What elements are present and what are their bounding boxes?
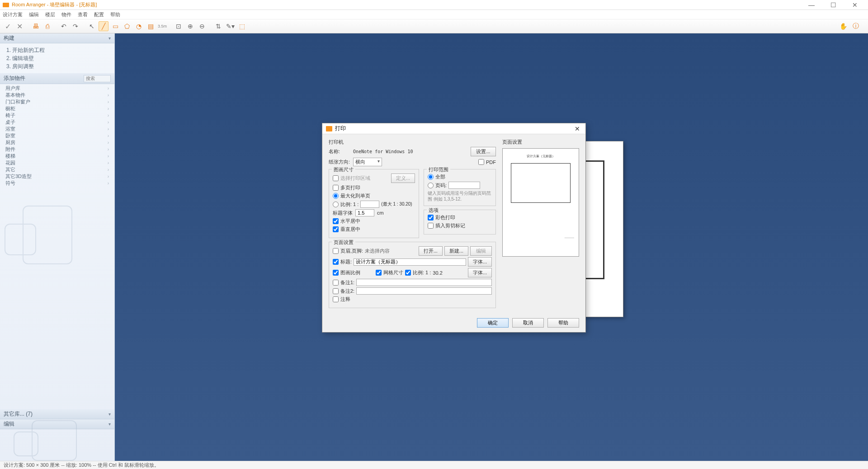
arc-tool-icon[interactable]: ◔ [134, 21, 144, 31]
pdf-checkbox[interactable] [478, 159, 484, 165]
help-button[interactable]: 帮助 [547, 318, 579, 328]
cat-tables[interactable]: 桌子› [0, 119, 114, 126]
window-title: Room Arranger - 墙壁编辑器 - [无标题] [12, 1, 97, 8]
pdf-label: PDF [486, 159, 496, 165]
font-button-2[interactable]: 字体... [468, 268, 492, 277]
menu-edit[interactable]: 编辑 [29, 11, 39, 18]
menu-view[interactable]: 查看 [78, 11, 88, 18]
scale-radio[interactable] [333, 202, 339, 207]
menu-help[interactable]: 帮助 [110, 11, 120, 18]
drawing-scale-checkbox[interactable] [333, 270, 339, 276]
cat-other[interactable]: 其它› [0, 166, 114, 173]
zoom-fit-icon[interactable]: ⊡ [174, 21, 184, 31]
page-num-input[interactable] [448, 182, 480, 189]
title-font-input[interactable] [355, 209, 374, 216]
undo-icon[interactable]: ↶ [59, 21, 69, 31]
maximize-radio[interactable] [333, 193, 339, 199]
addobj-header-label: 添加物件 [4, 75, 25, 82]
build-panel-header[interactable]: 构建 ▾ [0, 33, 114, 43]
cat-user-lib[interactable]: 用户库› [0, 85, 114, 92]
zoom-out-icon[interactable]: ⊖ [197, 21, 207, 31]
hcenter-checkbox[interactable] [333, 218, 339, 224]
cat-garden[interactable]: 花园› [0, 159, 114, 166]
other-lib-header[interactable]: 其它库... (7) ▾ [0, 409, 114, 419]
cursor-icon[interactable]: ↖ [87, 21, 97, 31]
crop-marks-checkbox[interactable] [428, 223, 434, 229]
vcenter-checkbox[interactable] [333, 226, 339, 232]
scale2-checkbox[interactable] [405, 270, 411, 276]
cat-kitchen[interactable]: 厨房› [0, 139, 114, 146]
rect-tool-icon[interactable]: ▭ [110, 21, 120, 31]
minimize-button[interactable]: — [805, 1, 818, 9]
menu-design[interactable]: 设计方案 [3, 11, 23, 18]
cancel-button[interactable]: 取消 [512, 318, 544, 328]
cat-bathroom[interactable]: 浴室› [0, 126, 114, 132]
cat-symbols[interactable]: 符号› [0, 180, 114, 187]
sidebar: 构建 ▾ 1. 开始新的工程 2. 编辑墙壁 3. 房间调整 添加物件 用户库›… [0, 33, 115, 461]
page-num-radio[interactable] [428, 183, 434, 188]
menu-object[interactable]: 物件 [61, 11, 71, 18]
new-button[interactable]: 新建... [444, 246, 468, 256]
build-steps: 1. 开始新的工程 2. 编辑墙壁 3. 房间调整 [0, 43, 114, 73]
multipage-checkbox[interactable] [333, 185, 339, 191]
stairs-tool-icon[interactable]: ▤ [146, 21, 156, 31]
all-pages-radio[interactable] [428, 174, 434, 180]
zoom-in-icon[interactable]: ⊕ [185, 21, 195, 31]
menu-floor[interactable]: 楼层 [45, 11, 55, 18]
select-area-checkbox[interactable] [333, 175, 339, 181]
note2-checkbox[interactable] [333, 288, 339, 294]
cat-accessories[interactable]: 附件› [0, 146, 114, 153]
tool-a-icon[interactable]: ⇅ [213, 21, 223, 31]
cat-doors[interactable]: 门口和窗户› [0, 98, 114, 105]
close-button[interactable]: ✕ [848, 1, 862, 9]
confirm-icon[interactable]: ✓ [3, 21, 13, 31]
orientation-select[interactable]: 横向 [353, 158, 382, 166]
edit-button[interactable]: 编辑 [470, 246, 492, 256]
tool-3d-icon[interactable]: ⬚ [237, 21, 247, 31]
cat-basic[interactable]: 基本物件› [0, 92, 114, 98]
font-button-1[interactable]: 字体... [468, 257, 492, 267]
build-step-3[interactable]: 3. 房间调整 [6, 62, 108, 70]
search-input[interactable] [84, 75, 111, 82]
wall-tool-icon[interactable]: ╱ [99, 21, 108, 31]
build-step-2[interactable]: 2. 编辑墙壁 [6, 54, 108, 62]
note2-input[interactable] [356, 287, 492, 295]
maximize-button[interactable]: ☐ [826, 1, 840, 9]
measure-icon[interactable]: 3.5m [157, 21, 167, 31]
status-text: 设计方案: 500 × 300 厘米 -- 缩放: 100% -- 使用 Ctr… [4, 462, 159, 469]
define-button[interactable]: 定义... [391, 174, 415, 183]
annotation-checkbox[interactable] [333, 296, 339, 302]
print-icon[interactable]: 🖶 [31, 21, 41, 31]
build-step-1[interactable]: 1. 开始新的工程 [6, 46, 108, 54]
printer-settings-button[interactable]: 设置... [471, 147, 496, 156]
hand-icon[interactable]: ✋ [838, 21, 848, 31]
printer-name: OneNote for Windows 10 [353, 149, 413, 154]
redo-icon[interactable]: ↷ [71, 21, 80, 31]
menu-config[interactable]: 配置 [94, 11, 104, 18]
tool-b-icon[interactable]: ✎▾ [225, 21, 235, 31]
title-checkbox[interactable] [333, 259, 339, 265]
note1-checkbox[interactable] [333, 280, 339, 286]
cat-bedroom[interactable]: 卧室› [0, 132, 114, 139]
other-lib-label: 其它库... (7) [4, 410, 33, 418]
cancel-icon[interactable]: ✕ [14, 21, 24, 31]
title-input[interactable] [354, 258, 466, 266]
note1-input[interactable] [356, 279, 492, 286]
cat-3d[interactable]: 其它3D造型› [0, 173, 114, 180]
export-icon[interactable]: ⎙ [42, 21, 52, 31]
info-icon[interactable]: ⓘ [851, 21, 861, 31]
scale-input[interactable] [360, 201, 379, 208]
canvas[interactable]: 打印 ✕ 打印机 名称: OneNote for Windows 10 设置..… [115, 33, 868, 461]
header-footer-checkbox[interactable] [333, 248, 339, 254]
addobj-panel-header[interactable]: 添加物件 [0, 73, 114, 84]
cat-cabinets[interactable]: 橱柜› [0, 105, 114, 112]
cat-stairs[interactable]: 楼梯› [0, 153, 114, 159]
cat-chairs[interactable]: 椅子› [0, 112, 114, 119]
grid-size-checkbox[interactable] [376, 270, 382, 276]
poly-tool-icon[interactable]: ⬠ [122, 21, 132, 31]
dialog-titlebar: 打印 ✕ [322, 123, 585, 134]
ok-button[interactable]: 确定 [477, 318, 509, 328]
color-print-checkbox[interactable] [428, 215, 434, 220]
open-button[interactable]: 打开... [419, 246, 443, 256]
dialog-close-button[interactable]: ✕ [573, 125, 582, 132]
